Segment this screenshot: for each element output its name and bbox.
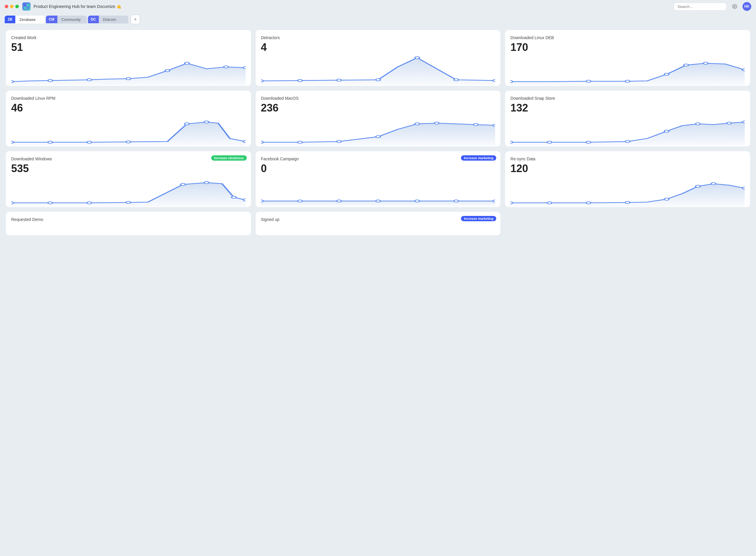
tab-label-dotcom: Dotcom xyxy=(99,15,128,24)
svg-point-61 xyxy=(204,181,209,184)
metric-title: Downloaded MacOS xyxy=(261,96,495,101)
metric-badge-marketing-facebook: Increase marketing xyxy=(461,155,496,161)
chart-macos xyxy=(261,116,495,146)
svg-point-9 xyxy=(165,69,170,72)
chart-facebook xyxy=(261,177,495,207)
svg-point-51 xyxy=(664,130,669,132)
metric-title: Facebook Campaign xyxy=(261,157,495,161)
svg-point-48 xyxy=(547,141,552,144)
tab-label-community: Community xyxy=(57,15,87,24)
svg-point-70 xyxy=(454,200,459,202)
settings-icon[interactable] xyxy=(730,2,739,11)
svg-rect-3 xyxy=(27,7,29,9)
metrics-grid: Created Work 51 Det xyxy=(6,30,750,235)
svg-point-14 xyxy=(261,80,263,82)
metric-title: Signed up xyxy=(261,217,495,222)
metric-value: 46 xyxy=(11,102,246,114)
app-title: Product Engineering Hub for team Documiz… xyxy=(34,4,674,9)
avatar[interactable]: HK xyxy=(743,2,751,11)
chart-detractors xyxy=(261,56,495,85)
metric-value: 120 xyxy=(510,162,745,175)
metric-value: 51 xyxy=(11,41,246,54)
svg-point-15 xyxy=(297,79,302,82)
chart-created-work xyxy=(11,56,246,85)
svg-point-69 xyxy=(415,200,420,202)
svg-point-76 xyxy=(625,202,630,204)
svg-point-57 xyxy=(48,202,53,204)
svg-point-10 xyxy=(185,62,189,64)
chart-snap-store xyxy=(510,116,745,146)
minimize-button[interactable] xyxy=(10,5,13,8)
tab-badge-dotcom: DC xyxy=(88,15,99,23)
metric-card-downloaded-snap-store: Downloaded Snap Store 132 xyxy=(505,91,750,146)
close-button[interactable] xyxy=(5,5,8,8)
svg-point-32 xyxy=(87,141,92,144)
tabs-bar: ZB Zerabase CM Community DC Dotcom + xyxy=(0,13,756,24)
app-icon xyxy=(22,2,31,10)
metric-title: Created Work xyxy=(11,35,246,40)
chart-re-sync xyxy=(510,177,745,207)
search-input[interactable] xyxy=(674,3,727,10)
metric-badge-marketing-signup: Increase marketing xyxy=(461,216,496,221)
tab-dotcom[interactable]: DC Dotcom xyxy=(88,15,128,24)
header-right: HK xyxy=(674,2,751,11)
svg-point-16 xyxy=(336,79,341,81)
svg-point-20 xyxy=(493,79,495,82)
svg-point-58 xyxy=(87,202,92,204)
svg-point-36 xyxy=(243,140,246,143)
svg-point-75 xyxy=(586,202,591,204)
svg-point-44 xyxy=(473,124,478,126)
svg-point-8 xyxy=(126,78,131,80)
metric-badge-stickiness: Increase stickiness xyxy=(211,155,247,161)
svg-point-31 xyxy=(48,141,53,144)
tab-zerabase[interactable]: ZB Zerabase xyxy=(5,15,45,24)
svg-point-49 xyxy=(586,141,591,144)
add-tab-button[interactable]: + xyxy=(131,15,140,24)
svg-point-50 xyxy=(625,140,630,143)
svg-point-26 xyxy=(684,64,689,67)
metric-card-requested-demo: Requested Demo xyxy=(6,212,251,235)
metric-card-downloaded-linux-deb: Downloaded Linux DEB 170 xyxy=(505,30,750,86)
metric-value: 170 xyxy=(510,41,745,54)
svg-point-66 xyxy=(297,200,302,202)
svg-point-45 xyxy=(493,124,495,127)
svg-point-43 xyxy=(434,122,439,125)
metric-value: 535 xyxy=(11,162,246,175)
svg-point-12 xyxy=(243,67,246,69)
svg-point-40 xyxy=(336,140,341,143)
metric-card-signed-up: Increase marketing Signed up xyxy=(256,212,501,235)
titlebar: Product Engineering Hub for team Documiz… xyxy=(0,0,756,13)
metric-card-facebook-campaign: Increase marketing Facebook Campaign 0 xyxy=(256,151,501,207)
svg-point-62 xyxy=(231,196,236,199)
svg-point-68 xyxy=(376,200,380,202)
svg-point-56 xyxy=(11,202,13,204)
svg-point-17 xyxy=(376,79,380,81)
chart-windows xyxy=(11,177,246,207)
chart-linux-rpm xyxy=(11,116,246,146)
svg-point-59 xyxy=(126,202,131,204)
tab-label-zerabase: Zerabase xyxy=(15,15,45,24)
metric-card-re-sync-data: Re-sync Data 120 xyxy=(505,151,750,207)
tab-badge-zerabase: ZB xyxy=(5,15,15,23)
svg-marker-4 xyxy=(11,63,246,85)
svg-point-60 xyxy=(181,183,185,186)
svg-point-67 xyxy=(336,200,341,202)
svg-point-65 xyxy=(261,200,263,202)
svg-point-18 xyxy=(415,57,420,59)
svg-point-23 xyxy=(586,80,591,83)
svg-point-80 xyxy=(743,187,745,189)
svg-point-22 xyxy=(510,80,513,83)
svg-point-41 xyxy=(376,136,380,138)
chart-linux-deb xyxy=(510,56,745,85)
svg-point-77 xyxy=(664,198,669,200)
tab-community[interactable]: CM Community xyxy=(46,15,87,24)
maximize-button[interactable] xyxy=(15,5,19,8)
svg-point-79 xyxy=(711,183,716,185)
metric-card-detractors: Detractors 4 xyxy=(256,30,501,86)
metric-title: Requested Demo xyxy=(11,217,246,222)
svg-point-54 xyxy=(743,121,745,123)
svg-point-71 xyxy=(493,200,495,202)
metric-value: 236 xyxy=(261,102,495,114)
metric-card-created-work: Created Work 51 xyxy=(6,30,251,86)
svg-point-25 xyxy=(664,73,669,76)
